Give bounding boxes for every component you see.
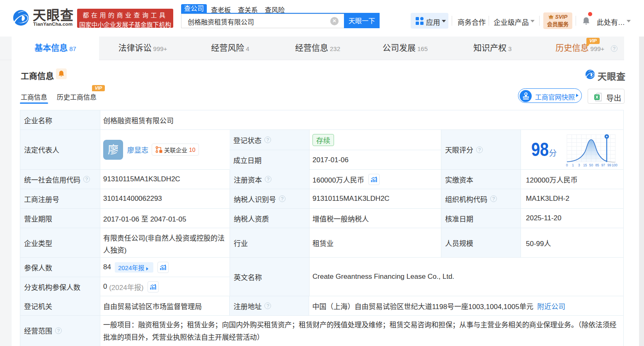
svg-text:50: 50: [589, 163, 593, 167]
svg-text:0: 0: [566, 163, 568, 167]
svg-text:99: 99: [608, 163, 612, 167]
svg-text:85: 85: [595, 163, 599, 167]
svg-text:3: 3: [578, 163, 580, 167]
svg-text:1: 1: [572, 163, 574, 167]
svg-text:15: 15: [583, 163, 587, 167]
svg-text:97: 97: [601, 163, 605, 167]
svg-text:100: 100: [612, 163, 617, 167]
